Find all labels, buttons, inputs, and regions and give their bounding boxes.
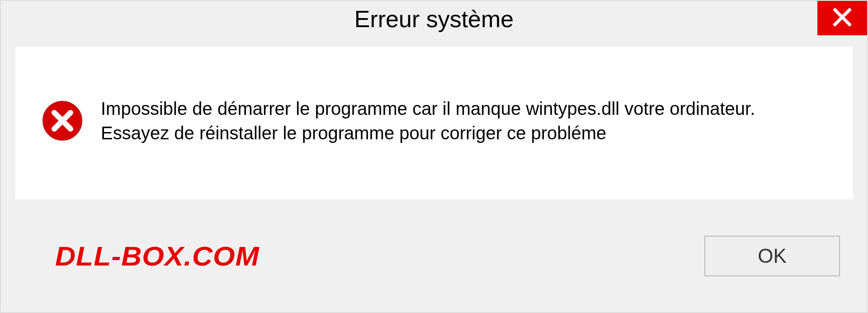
content-panel: Impossible de démarrer le programme car … <box>14 46 854 200</box>
ok-button[interactable]: OK <box>704 236 840 276</box>
footer: DLL-BOX.COM OK <box>1 200 867 312</box>
close-icon <box>832 7 852 29</box>
close-button[interactable] <box>817 1 867 35</box>
error-icon <box>42 100 83 141</box>
titlebar: Erreur système <box>1 1 867 46</box>
error-dialog: Erreur système Impossible de démarrer le… <box>0 0 868 313</box>
error-message: Impossible de démarrer le programme car … <box>101 96 826 145</box>
watermark-text: DLL-BOX.COM <box>55 241 259 272</box>
dialog-title: Erreur système <box>354 5 514 33</box>
